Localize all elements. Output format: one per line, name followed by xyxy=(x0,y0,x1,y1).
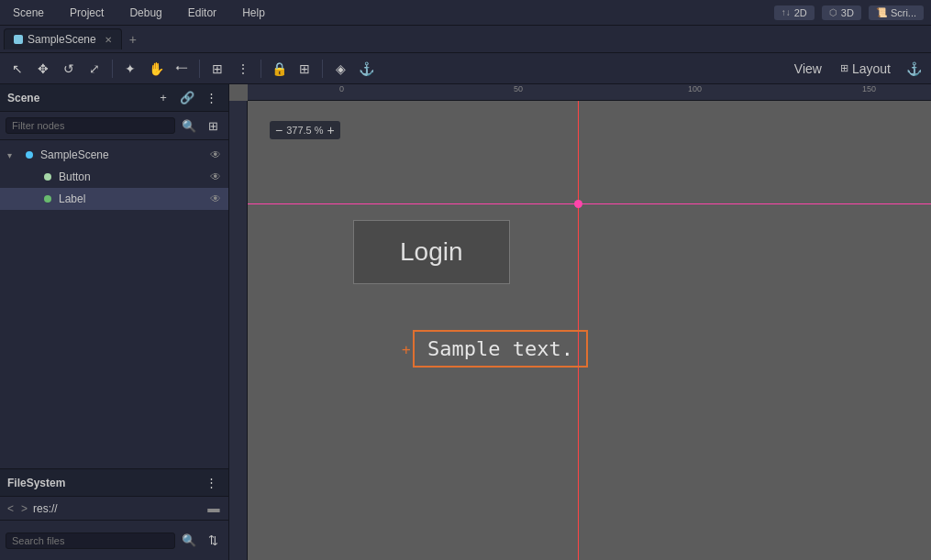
tool-rotate[interactable]: ↺ xyxy=(57,57,81,81)
ruler-mark-150: 150 xyxy=(862,84,876,93)
tool-bones[interactable]: ◈ xyxy=(328,57,352,81)
filesystem-sort-icon[interactable]: ⇅ xyxy=(203,531,223,551)
separator-2 xyxy=(199,60,200,78)
filesystem-panel-header: FileSystem ⋮ xyxy=(0,469,228,497)
tool-lock[interactable]: 🔒 xyxy=(267,57,291,81)
ruler-mark-100: 100 xyxy=(688,84,702,93)
zoom-in-button[interactable]: + xyxy=(327,123,335,137)
tree-label-button: Button xyxy=(59,170,91,183)
view-button[interactable]: View xyxy=(787,57,829,81)
tab-bar: SampleScene ✕ + xyxy=(0,26,931,53)
scene-filter-search-btn[interactable]: 🔍 xyxy=(179,115,199,136)
tree-icon-label xyxy=(40,192,55,206)
ruler-mark-50: 50 xyxy=(514,84,523,93)
filesystem-panel: FileSystem ⋮ < > res:// ▬ 🔍 ⇅ xyxy=(0,468,228,560)
tree-eye-samplescene[interactable]: 👁 xyxy=(210,148,221,161)
ruler-vertical xyxy=(229,101,248,560)
tab-close-button[interactable]: ✕ xyxy=(105,35,112,45)
tree-label-samplescene: SampleScene xyxy=(40,148,109,161)
scene-tree: ▾ SampleScene 👁 Button 👁 xyxy=(0,140,228,214)
tool-group[interactable]: ⊞ xyxy=(293,57,316,81)
mode-2d-button[interactable]: ↑↓ 2D xyxy=(774,5,815,20)
scene-panel-title: Scene xyxy=(7,92,39,104)
zoom-level-label: 377.5 % xyxy=(286,125,323,136)
filesystem-search-icon[interactable]: 🔍 xyxy=(179,531,199,551)
tree-item-button[interactable]: Button 👁 xyxy=(0,166,228,188)
zoom-bar: − 377.5 % + xyxy=(270,121,340,139)
crosshair-horizontal xyxy=(248,203,931,204)
scene-options-button[interactable]: ⋮ xyxy=(201,88,221,108)
menu-scene[interactable]: Scene xyxy=(7,5,50,21)
crosshair-dot xyxy=(574,200,582,208)
left-panel: Scene + 🔗 ⋮ 🔍 ⊞ ▾ xyxy=(0,84,229,560)
filesystem-title: FileSystem xyxy=(7,477,65,489)
tool-anchor[interactable]: ⚓ xyxy=(354,57,378,81)
ruler-horizontal: 0 50 100 150 xyxy=(248,84,931,101)
filesystem-search-row: 🔍 ⇅ xyxy=(0,521,228,560)
canvas-label-node: + Sample text. xyxy=(413,330,588,368)
separator-4 xyxy=(322,60,323,78)
scene-panel-actions: + 🔗 ⋮ xyxy=(153,88,221,108)
scene-panel-header: Scene + 🔗 ⋮ xyxy=(0,84,228,112)
filesystem-path-row: < > res:// ▬ xyxy=(0,497,228,521)
tree-arrow-samplescene: ▾ xyxy=(7,150,18,160)
canvas-button-text: Login xyxy=(400,237,463,266)
scene-filter-input[interactable] xyxy=(6,117,175,134)
menu-debug[interactable]: Debug xyxy=(124,5,167,21)
tool-smart[interactable]: ✦ xyxy=(118,57,142,81)
separator-3 xyxy=(260,60,261,78)
fs-forward-button[interactable]: > xyxy=(19,502,29,515)
ruler-h-content: 0 50 100 150 xyxy=(248,84,931,100)
separator-1 xyxy=(112,60,113,78)
main-layout: Scene + 🔗 ⋮ 🔍 ⊞ ▾ xyxy=(0,84,931,560)
menu-help[interactable]: Help xyxy=(237,5,271,21)
toolbar-right: View ⊞ Layout ⚓ xyxy=(787,57,925,81)
layout-anchor-button[interactable]: ⚓ xyxy=(902,57,925,81)
fs-back-button[interactable]: < xyxy=(6,502,16,515)
canvas-button-node: Login xyxy=(353,220,510,284)
tab-samplescene[interactable]: SampleScene ✕ xyxy=(4,28,122,49)
tool-move[interactable]: ✥ xyxy=(31,57,55,81)
viewport-canvas[interactable]: − 377.5 % + Login + Sample text. xyxy=(248,101,931,560)
canvas-label-text: Sample text. xyxy=(427,337,573,360)
fs-expand-button[interactable]: ▬ xyxy=(205,500,223,518)
mode-3d-button[interactable]: ⬡ 3D xyxy=(822,5,861,20)
scene-link-button[interactable]: 🔗 xyxy=(177,88,197,108)
tool-scale[interactable]: ⤢ xyxy=(83,57,106,81)
zoom-out-button[interactable]: − xyxy=(275,123,283,137)
mode-buttons: ↑↓ 2D ⬡ 3D 📜 Scri... xyxy=(774,5,924,20)
tab-scene-icon xyxy=(14,35,23,44)
scene-panel: Scene + 🔗 ⋮ 🔍 ⊞ ▾ xyxy=(0,84,228,468)
mode-script-button[interactable]: 📜 Scri... xyxy=(869,5,924,20)
menu-bar: Scene Project Debug Editor Help ↑↓ 2D ⬡ … xyxy=(0,0,931,26)
layout-button[interactable]: ⊞ Layout xyxy=(833,57,898,81)
filesystem-options-button[interactable]: ⋮ xyxy=(201,473,221,493)
filesystem-actions: ⋮ xyxy=(201,473,221,493)
tree-eye-button[interactable]: 👁 xyxy=(210,170,221,183)
tree-icon-samplescene xyxy=(22,148,37,162)
tool-ruler[interactable]: ⭠ xyxy=(170,57,194,81)
menu-editor[interactable]: Editor xyxy=(183,5,222,21)
toolbar: ↖ ✥ ↺ ⤢ ✦ ✋ ⭠ ⊞ ⋮ 🔒 ⊞ ◈ ⚓ View ⊞ Layout … xyxy=(0,53,931,84)
tool-pan[interactable]: ✋ xyxy=(144,57,168,81)
tab-samplescene-label: SampleScene xyxy=(28,33,96,46)
scene-search-row: 🔍 ⊞ xyxy=(0,112,228,140)
tree-eye-label[interactable]: 👁 xyxy=(210,192,221,205)
tree-icon-button xyxy=(40,170,55,184)
menu-project[interactable]: Project xyxy=(64,5,109,21)
tab-add-button[interactable]: + xyxy=(122,28,144,50)
tree-item-label[interactable]: Label 👁 xyxy=(0,188,228,210)
tool-snap-grid[interactable]: ⊞ xyxy=(205,57,229,81)
fs-path-label: res:// xyxy=(33,502,58,515)
tool-snap-options[interactable]: ⋮ xyxy=(231,57,255,81)
scene-add-button[interactable]: + xyxy=(153,88,173,108)
label-move-icon: + xyxy=(402,340,411,357)
ruler-mark-0: 0 xyxy=(339,84,344,93)
tree-label-label: Label xyxy=(59,192,85,205)
tool-select[interactable]: ↖ xyxy=(6,57,29,81)
scene-filter-extra-btn[interactable]: ⊞ xyxy=(203,115,223,136)
viewport: 0 50 100 150 − 377.5 % + xyxy=(229,84,931,560)
filesystem-search-input[interactable] xyxy=(6,533,175,549)
tree-item-samplescene[interactable]: ▾ SampleScene 👁 xyxy=(0,144,228,166)
